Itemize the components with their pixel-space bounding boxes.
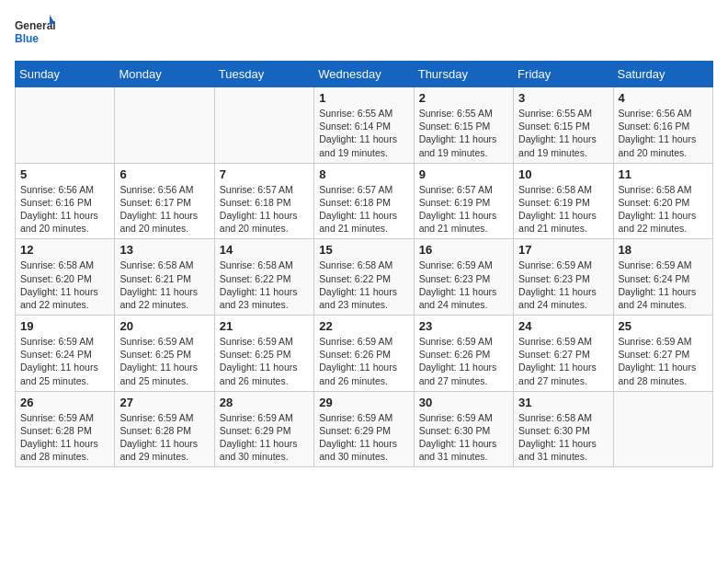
day-number: 31: [518, 396, 608, 409]
calendar-cell: 20Sunrise: 6:59 AM Sunset: 6:25 PM Dayli…: [115, 316, 214, 392]
day-info: Sunrise: 6:59 AM Sunset: 6:26 PM Dayligh…: [319, 335, 408, 387]
day-info: Sunrise: 6:56 AM Sunset: 6:17 PM Dayligh…: [119, 183, 209, 236]
day-info: Sunrise: 6:58 AM Sunset: 6:21 PM Dayligh…: [119, 259, 209, 311]
calendar-cell: [214, 87, 313, 164]
day-info: Sunrise: 6:59 AM Sunset: 6:29 PM Dayligh…: [220, 411, 309, 464]
day-number: 10: [518, 167, 608, 181]
day-number: 20: [119, 319, 209, 333]
day-info: Sunrise: 6:59 AM Sunset: 6:27 PM Dayligh…: [518, 335, 608, 387]
calendar-cell: 6Sunrise: 6:56 AM Sunset: 6:17 PM Daylig…: [115, 163, 214, 239]
day-number: 15: [319, 243, 408, 257]
svg-text:Blue: Blue: [15, 32, 39, 45]
day-info: Sunrise: 6:55 AM Sunset: 6:15 PM Dayligh…: [518, 107, 608, 159]
day-number: 29: [319, 396, 408, 409]
header-day-sunday: Sunday: [16, 62, 115, 87]
calendar-cell: 17Sunrise: 6:59 AM Sunset: 6:23 PM Dayli…: [514, 239, 613, 316]
week-row-5: 26Sunrise: 6:59 AM Sunset: 6:28 PM Dayli…: [16, 391, 713, 467]
day-info: Sunrise: 6:59 AM Sunset: 6:25 PM Dayligh…: [220, 335, 309, 387]
header-row: SundayMondayTuesdayWednesdayThursdayFrid…: [16, 62, 713, 87]
day-info: Sunrise: 6:58 AM Sunset: 6:20 PM Dayligh…: [20, 259, 109, 311]
calendar-cell: 12Sunrise: 6:58 AM Sunset: 6:20 PM Dayli…: [16, 239, 115, 316]
day-number: 28: [220, 396, 309, 409]
calendar-cell: 31Sunrise: 6:58 AM Sunset: 6:30 PM Dayli…: [514, 391, 613, 467]
header-day-tuesday: Tuesday: [214, 62, 313, 87]
day-info: Sunrise: 6:59 AM Sunset: 6:28 PM Dayligh…: [20, 411, 109, 464]
day-info: Sunrise: 6:59 AM Sunset: 6:23 PM Dayligh…: [419, 259, 508, 311]
day-info: Sunrise: 6:58 AM Sunset: 6:20 PM Dayligh…: [619, 183, 708, 236]
calendar-cell: 7Sunrise: 6:57 AM Sunset: 6:18 PM Daylig…: [214, 163, 313, 239]
calendar-table: SundayMondayTuesdayWednesdayThursdayFrid…: [15, 61, 713, 467]
day-number: 2: [419, 91, 508, 105]
day-info: Sunrise: 6:58 AM Sunset: 6:30 PM Dayligh…: [518, 411, 608, 464]
calendar-header: SundayMondayTuesdayWednesdayThursdayFrid…: [16, 62, 713, 87]
day-number: 21: [220, 319, 309, 333]
day-number: 13: [119, 243, 209, 257]
page-header: General Blue: [15, 15, 713, 50]
day-info: Sunrise: 6:59 AM Sunset: 6:27 PM Dayligh…: [619, 335, 708, 387]
day-info: Sunrise: 6:55 AM Sunset: 6:15 PM Dayligh…: [419, 107, 508, 159]
day-info: Sunrise: 6:59 AM Sunset: 6:23 PM Dayligh…: [518, 259, 608, 311]
week-row-3: 12Sunrise: 6:58 AM Sunset: 6:20 PM Dayli…: [16, 239, 713, 316]
day-info: Sunrise: 6:59 AM Sunset: 6:26 PM Dayligh…: [419, 335, 508, 387]
calendar-cell: 2Sunrise: 6:55 AM Sunset: 6:15 PM Daylig…: [414, 87, 513, 164]
calendar-cell: 26Sunrise: 6:59 AM Sunset: 6:28 PM Dayli…: [16, 391, 115, 467]
day-number: 4: [619, 91, 708, 105]
day-info: Sunrise: 6:59 AM Sunset: 6:25 PM Dayligh…: [119, 335, 209, 387]
day-info: Sunrise: 6:59 AM Sunset: 6:24 PM Dayligh…: [20, 335, 109, 387]
day-number: 7: [220, 167, 309, 181]
calendar-cell: 8Sunrise: 6:57 AM Sunset: 6:18 PM Daylig…: [314, 163, 414, 239]
day-number: 5: [20, 167, 109, 181]
calendar-cell: 5Sunrise: 6:56 AM Sunset: 6:16 PM Daylig…: [16, 163, 115, 239]
day-info: Sunrise: 6:59 AM Sunset: 6:29 PM Dayligh…: [319, 411, 408, 464]
header-day-wednesday: Wednesday: [314, 62, 414, 87]
calendar-cell: 23Sunrise: 6:59 AM Sunset: 6:26 PM Dayli…: [414, 316, 513, 392]
calendar-cell: 19Sunrise: 6:59 AM Sunset: 6:24 PM Dayli…: [16, 316, 115, 392]
day-info: Sunrise: 6:59 AM Sunset: 6:28 PM Dayligh…: [119, 411, 209, 464]
header-day-thursday: Thursday: [414, 62, 513, 87]
day-info: Sunrise: 6:58 AM Sunset: 6:19 PM Dayligh…: [518, 183, 608, 236]
day-number: 30: [419, 396, 508, 409]
day-info: Sunrise: 6:57 AM Sunset: 6:19 PM Dayligh…: [419, 183, 508, 236]
day-number: 9: [419, 167, 508, 181]
calendar-cell: 9Sunrise: 6:57 AM Sunset: 6:19 PM Daylig…: [414, 163, 513, 239]
week-row-2: 5Sunrise: 6:56 AM Sunset: 6:16 PM Daylig…: [16, 163, 713, 239]
calendar-cell: 16Sunrise: 6:59 AM Sunset: 6:23 PM Dayli…: [414, 239, 513, 316]
day-info: Sunrise: 6:55 AM Sunset: 6:14 PM Dayligh…: [319, 107, 408, 159]
header-day-friday: Friday: [514, 62, 613, 87]
calendar-cell: 11Sunrise: 6:58 AM Sunset: 6:20 PM Dayli…: [613, 163, 712, 239]
day-number: 12: [20, 243, 109, 257]
day-number: 18: [619, 243, 708, 257]
calendar-cell: 29Sunrise: 6:59 AM Sunset: 6:29 PM Dayli…: [314, 391, 414, 467]
calendar-cell: 3Sunrise: 6:55 AM Sunset: 6:15 PM Daylig…: [514, 87, 613, 164]
calendar-cell: 4Sunrise: 6:56 AM Sunset: 6:16 PM Daylig…: [613, 87, 712, 164]
calendar-cell: 22Sunrise: 6:59 AM Sunset: 6:26 PM Dayli…: [314, 316, 414, 392]
calendar-cell: 30Sunrise: 6:59 AM Sunset: 6:30 PM Dayli…: [414, 391, 513, 467]
day-info: Sunrise: 6:58 AM Sunset: 6:22 PM Dayligh…: [319, 259, 408, 311]
calendar-cell: 1Sunrise: 6:55 AM Sunset: 6:14 PM Daylig…: [314, 87, 414, 164]
day-number: 19: [20, 319, 109, 333]
day-info: Sunrise: 6:59 AM Sunset: 6:24 PM Dayligh…: [619, 259, 708, 311]
calendar-body: 1Sunrise: 6:55 AM Sunset: 6:14 PM Daylig…: [16, 87, 713, 467]
week-row-1: 1Sunrise: 6:55 AM Sunset: 6:14 PM Daylig…: [16, 87, 713, 164]
day-number: 11: [619, 167, 708, 181]
day-number: 16: [419, 243, 508, 257]
day-number: 22: [319, 319, 408, 333]
calendar-cell: 18Sunrise: 6:59 AM Sunset: 6:24 PM Dayli…: [613, 239, 712, 316]
calendar-cell: [613, 391, 712, 467]
day-number: 6: [119, 167, 209, 181]
day-info: Sunrise: 6:59 AM Sunset: 6:30 PM Dayligh…: [419, 411, 508, 464]
calendar-cell: 24Sunrise: 6:59 AM Sunset: 6:27 PM Dayli…: [514, 316, 613, 392]
day-number: 8: [319, 167, 408, 181]
day-number: 3: [518, 91, 608, 105]
calendar-cell: 25Sunrise: 6:59 AM Sunset: 6:27 PM Dayli…: [613, 316, 712, 392]
header-day-saturday: Saturday: [613, 62, 712, 87]
calendar-cell: [16, 87, 115, 164]
week-row-4: 19Sunrise: 6:59 AM Sunset: 6:24 PM Dayli…: [16, 316, 713, 392]
day-number: 24: [518, 319, 608, 333]
calendar-cell: 27Sunrise: 6:59 AM Sunset: 6:28 PM Dayli…: [115, 391, 214, 467]
day-number: 17: [518, 243, 608, 257]
svg-text:General: General: [15, 19, 55, 32]
logo-icon: General Blue: [15, 15, 55, 50]
day-info: Sunrise: 6:58 AM Sunset: 6:22 PM Dayligh…: [220, 259, 309, 311]
day-info: Sunrise: 6:57 AM Sunset: 6:18 PM Dayligh…: [220, 183, 309, 236]
